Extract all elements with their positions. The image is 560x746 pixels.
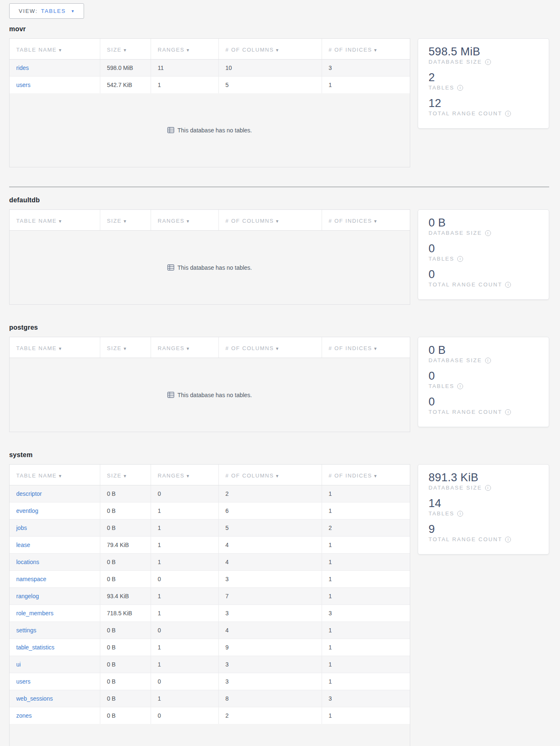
range-count-label: TOTAL RANGE COUNT bbox=[429, 536, 502, 542]
cell-indices: 3 bbox=[322, 605, 410, 622]
column-header-table-name[interactable]: TABLE NAME▼ bbox=[10, 210, 100, 231]
stat-tables: 0 TABLES i bbox=[429, 242, 539, 262]
cell-columns: 5 bbox=[218, 520, 322, 537]
column-header-table-name[interactable]: TABLE NAME▼ bbox=[10, 337, 100, 358]
table-count-label: TABLES bbox=[429, 85, 454, 91]
sort-caret-icon: ▼ bbox=[123, 474, 128, 478]
table-name-link[interactable]: namespace bbox=[16, 576, 46, 582]
table-name-link[interactable]: table_statistics bbox=[16, 644, 55, 651]
sort-caret-icon: ▼ bbox=[186, 48, 191, 52]
column-header-columns[interactable]: # OF COLUMNS▼ bbox=[218, 210, 322, 231]
cell-size: 0 B bbox=[100, 485, 151, 502]
column-header-indices[interactable]: # OF INDICES▼ bbox=[322, 210, 410, 231]
cell-indices: 1 bbox=[322, 77, 410, 94]
cell-indices: 1 bbox=[322, 571, 410, 588]
info-icon[interactable]: i bbox=[485, 230, 491, 236]
database-size-value: 0 B bbox=[429, 344, 539, 357]
range-count-label: TOTAL RANGE COUNT bbox=[429, 409, 502, 415]
info-icon[interactable]: i bbox=[457, 85, 463, 91]
column-header-size[interactable]: SIZE▼ bbox=[100, 465, 151, 485]
column-header-columns[interactable]: # OF COLUMNS▼ bbox=[218, 465, 322, 485]
table-name-link[interactable]: web_sessions bbox=[16, 695, 53, 702]
cell-indices: 1 bbox=[322, 622, 410, 639]
cell-indices: 1 bbox=[322, 502, 410, 520]
cell-size: 0 B bbox=[100, 639, 151, 656]
sort-caret-icon: ▼ bbox=[275, 474, 280, 478]
cell-columns: 10 bbox=[218, 60, 322, 77]
empty-database-text: This database has no tables. bbox=[177, 127, 252, 134]
section-divider bbox=[9, 186, 549, 187]
table-row: users 542.7 KiB 1 5 1 bbox=[10, 77, 410, 94]
column-header-size[interactable]: SIZE▼ bbox=[100, 39, 151, 60]
database-name-heading: system bbox=[9, 451, 549, 459]
table-name-link[interactable]: users bbox=[16, 678, 30, 685]
cell-ranges: 1 bbox=[151, 520, 219, 537]
sort-caret-icon: ▼ bbox=[123, 48, 128, 52]
table-row: locations 0 B 1 4 1 bbox=[10, 554, 410, 571]
table-name-link[interactable]: ui bbox=[16, 661, 21, 668]
cell-ranges: 1 bbox=[151, 588, 219, 605]
database-name-heading: defaultdb bbox=[9, 196, 549, 204]
cell-ranges: 1 bbox=[151, 690, 219, 707]
table-name-link[interactable]: locations bbox=[16, 559, 39, 565]
info-icon[interactable]: i bbox=[457, 383, 463, 389]
table-name-link[interactable]: descriptor bbox=[16, 490, 42, 497]
cell-columns: 4 bbox=[218, 537, 322, 554]
database-section: system TABLE NAME▼ SIZE▼ RANGES▼ # OF CO… bbox=[9, 451, 549, 746]
database-size-value: 891.3 KiB bbox=[429, 471, 539, 484]
cell-columns: 4 bbox=[218, 554, 322, 571]
table-name-link[interactable]: jobs bbox=[16, 525, 27, 531]
table-name-link[interactable]: lease bbox=[16, 542, 30, 548]
table-name-link[interactable]: eventlog bbox=[16, 507, 38, 514]
info-icon[interactable]: i bbox=[457, 511, 463, 517]
database-summary-card: 0 B DATABASE SIZE i 0 TABLES i 0 bbox=[418, 337, 549, 427]
range-count-label: TOTAL RANGE COUNT bbox=[429, 110, 502, 117]
column-header-ranges[interactable]: RANGES▼ bbox=[151, 465, 219, 485]
cell-indices: 3 bbox=[322, 690, 410, 707]
table-name-link[interactable]: settings bbox=[16, 627, 36, 634]
column-header-columns[interactable]: # OF COLUMNS▼ bbox=[218, 39, 322, 60]
column-header-indices[interactable]: # OF INDICES▼ bbox=[322, 337, 410, 358]
cell-columns: 3 bbox=[218, 656, 322, 673]
sort-caret-icon: ▼ bbox=[186, 474, 191, 478]
view-dropdown[interactable]: VIEW: TABLES ▼ bbox=[9, 3, 84, 19]
column-header-columns[interactable]: # OF COLUMNS▼ bbox=[218, 337, 322, 358]
column-header-table-name[interactable]: TABLE NAME▼ bbox=[10, 39, 100, 60]
sort-caret-icon: ▼ bbox=[275, 48, 280, 52]
sort-caret-icon: ▼ bbox=[373, 48, 378, 52]
cell-columns: 3 bbox=[218, 673, 322, 690]
table-row: zones 0 B 0 2 1 bbox=[10, 707, 410, 724]
table-name-link[interactable]: zones bbox=[16, 712, 32, 719]
table-name-link[interactable]: users bbox=[16, 82, 30, 88]
column-header-ranges[interactable]: RANGES▼ bbox=[151, 39, 219, 60]
info-icon[interactable]: i bbox=[485, 358, 491, 363]
column-header-ranges[interactable]: RANGES▼ bbox=[151, 337, 219, 358]
column-header-indices[interactable]: # OF INDICES▼ bbox=[322, 39, 410, 60]
stat-range-count: 0 TOTAL RANGE COUNT i bbox=[429, 395, 539, 415]
table-name-link[interactable]: rides bbox=[16, 65, 29, 71]
info-icon[interactable]: i bbox=[505, 537, 511, 542]
info-icon[interactable]: i bbox=[505, 111, 511, 117]
table-row: rides 598.0 MiB 11 10 3 bbox=[10, 60, 410, 77]
table-row: users 0 B 0 3 1 bbox=[10, 673, 410, 690]
column-header-indices[interactable]: # OF INDICES▼ bbox=[322, 465, 410, 485]
cell-columns: 3 bbox=[218, 571, 322, 588]
stat-tables: 14 TABLES i bbox=[429, 497, 539, 517]
column-header-size[interactable]: SIZE▼ bbox=[100, 337, 151, 358]
info-icon[interactable]: i bbox=[485, 59, 491, 65]
column-header-ranges[interactable]: RANGES▼ bbox=[151, 210, 219, 231]
table-name-link[interactable]: role_members bbox=[16, 610, 53, 617]
cell-columns: 2 bbox=[218, 485, 322, 502]
table-row: rangelog 93.4 KiB 1 7 1 bbox=[10, 588, 410, 605]
info-icon[interactable]: i bbox=[505, 282, 511, 288]
table-icon bbox=[167, 392, 174, 398]
sort-caret-icon: ▼ bbox=[275, 219, 280, 224]
column-header-table-name[interactable]: TABLE NAME▼ bbox=[10, 465, 100, 485]
cell-indices: 1 bbox=[322, 554, 410, 571]
info-icon[interactable]: i bbox=[485, 485, 491, 491]
table-name-link[interactable]: rangelog bbox=[16, 593, 39, 599]
table-row: eventlog 0 B 1 6 1 bbox=[10, 502, 410, 520]
column-header-size[interactable]: SIZE▼ bbox=[100, 210, 151, 231]
info-icon[interactable]: i bbox=[457, 256, 463, 262]
info-icon[interactable]: i bbox=[505, 409, 511, 415]
